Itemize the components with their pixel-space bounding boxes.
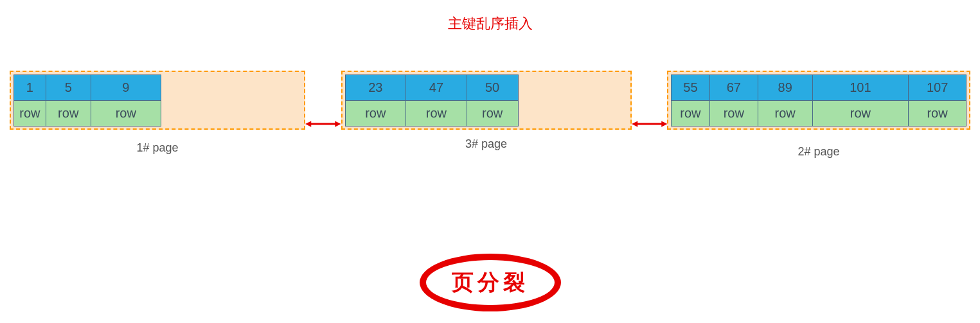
empty-space [161, 74, 301, 126]
page-split-badge-wrap: 页分裂 [0, 254, 980, 311]
row-cell: row [909, 101, 967, 127]
page-label: 1# page [136, 141, 178, 155]
key-cell: 47 [406, 75, 467, 101]
page-2: 234750rowrowrow [341, 71, 632, 130]
key-cell: 101 [812, 75, 909, 101]
page-label: 2# page [797, 145, 839, 159]
key-cell: 5 [46, 75, 91, 101]
row-cell: row [14, 101, 46, 127]
diagram-title: 主键乱序插入 [0, 0, 980, 33]
row-cell: row [467, 101, 518, 127]
page-split-badge: 页分裂 [420, 254, 561, 311]
row-cell: row [758, 101, 812, 127]
row-cell: row [709, 101, 758, 127]
double-arrow-icon [632, 119, 668, 128]
row-cell: row [406, 101, 467, 127]
page-1: 159rowrowrow [10, 71, 305, 130]
page-3: 556789101107rowrowrowrowrow [667, 71, 970, 130]
page-table: 159rowrowrow [13, 74, 161, 127]
key-cell: 67 [709, 75, 758, 101]
double-arrow-icon [305, 119, 341, 128]
key-cell: 50 [467, 75, 518, 101]
key-cell: 23 [345, 75, 406, 101]
row-cell: row [46, 101, 91, 127]
page-block-2: 234750rowrowrow3# page [341, 71, 632, 151]
row-cell: row [91, 101, 161, 127]
svg-marker-4 [632, 121, 637, 127]
empty-space [519, 74, 628, 126]
row-cell: row [345, 101, 406, 127]
badge-text: 页分裂 [452, 268, 529, 297]
row-cell: row [812, 101, 909, 127]
page-table: 234750rowrowrow [345, 74, 519, 127]
page-block-1: 159rowrowrow1# page [10, 71, 305, 155]
svg-marker-2 [335, 121, 341, 127]
key-cell: 1 [14, 75, 46, 101]
page-label: 3# page [465, 137, 507, 151]
key-cell: 9 [91, 75, 161, 101]
page-block-3: 556789101107rowrowrowrowrow2# page [667, 71, 970, 159]
key-cell: 89 [758, 75, 812, 101]
pages-row: 159rowrowrow1# page234750rowrowrow3# pag… [0, 71, 980, 159]
svg-marker-1 [305, 121, 311, 127]
key-cell: 107 [909, 75, 967, 101]
svg-marker-5 [661, 121, 667, 127]
key-cell: 55 [672, 75, 710, 101]
page-table: 556789101107rowrowrowrowrow [671, 74, 967, 127]
row-cell: row [672, 101, 710, 127]
